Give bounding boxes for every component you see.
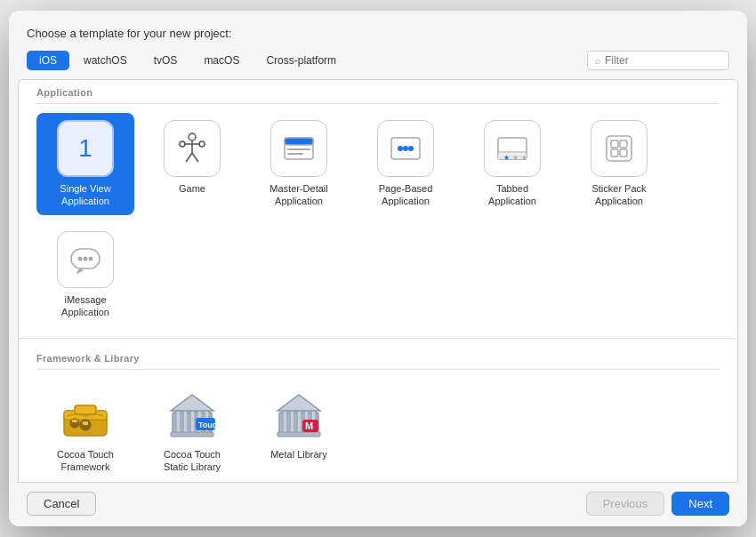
sticker-pack-icon [591,120,647,177]
svg-rect-10 [287,153,303,155]
dialog-footer: Cancel Previous Next [9,483,747,526]
cocoa-framework-label: Cocoa TouchFramework [57,448,114,474]
template-game[interactable]: Game [143,113,241,215]
svg-text:Touch: Touch [198,421,221,429]
svg-rect-22 [611,140,618,148]
filter-icon: ⌕ [595,55,601,66]
application-grid: 1 Single ViewApplication [36,113,720,338]
tab-crossplatform[interactable]: Cross-platform [253,51,349,70]
cocoa-static-label: Cocoa TouchStatic Library [164,448,221,474]
next-button[interactable]: Next [672,492,729,516]
svg-point-0 [189,133,196,140]
cocoa-static-svg: Touch [164,386,221,443]
svg-point-12 [398,146,403,151]
svg-point-13 [403,146,408,151]
single-view-label: Single ViewApplication [60,182,110,208]
svg-text:★: ★ [503,154,510,162]
svg-point-27 [78,256,83,260]
tab-macos[interactable]: macOS [191,51,252,70]
template-single-view[interactable]: 1 Single ViewApplication [36,113,134,215]
imessage-svg [66,240,105,279]
template-content: Application 1 Single ViewApplication [18,79,738,483]
svg-rect-36 [83,421,88,425]
svg-marker-53 [277,395,320,411]
single-view-icon: 1 [57,120,114,177]
section-divider [19,338,737,339]
section-framework: Framework & Library [36,346,720,370]
svg-rect-32 [75,405,96,414]
cocoa-framework-icon [57,386,114,443]
svg-marker-43 [171,395,213,411]
page-based-label: Page-BasedApplication [379,182,433,208]
section-application: Application [36,80,720,104]
template-cocoa-framework[interactable]: Cocoa TouchFramework [36,379,134,481]
svg-text:M: M [305,421,313,431]
svg-rect-54 [277,432,320,437]
template-chooser-dialog: Choose a template for your new project: … [9,11,747,526]
svg-point-29 [89,256,93,260]
tab-tvos[interactable]: tvOS [141,51,190,70]
master-detail-icon [270,120,327,177]
dialog-title: Choose a template for your new project: [27,27,729,40]
svg-line-3 [186,153,192,162]
master-detail-label: Master-DetailApplication [269,182,327,208]
tabs-row: iOS watchOS tvOS macOS Cross-platform ⌕ [27,51,729,70]
tabbed-label: TabbedApplication [488,182,536,208]
svg-rect-24 [611,149,618,156]
svg-text:★: ★ [521,154,527,162]
svg-point-14 [408,146,414,151]
svg-rect-23 [620,140,627,148]
sticker-pack-label: Sticker PackApplication [591,182,646,208]
svg-point-28 [84,256,88,260]
cocoa-framework-svg [57,386,114,443]
previous-button[interactable]: Previous [586,492,665,516]
svg-rect-25 [620,149,627,156]
template-tabbed[interactable]: ★ ★ ★ TabbedApplication [463,113,561,215]
template-sticker-pack[interactable]: Sticker PackApplication [570,113,668,215]
master-detail-svg [279,129,318,168]
template-cocoa-static[interactable]: Touch Cocoa TouchStatic Library [143,379,241,481]
tab-watchos[interactable]: watchOS [71,51,140,70]
template-page-based[interactable]: Page-BasedApplication [357,113,454,215]
metal-library-icon: M [270,386,327,443]
imessage-label: iMessageApplication [61,293,109,319]
game-icon [164,120,221,177]
filter-box: ⌕ [587,51,729,70]
cocoa-static-icon: Touch [164,386,221,443]
tab-ios[interactable]: iOS [27,51,69,70]
metal-library-svg: M [270,386,327,443]
game-label: Game [179,182,205,195]
svg-rect-34 [72,420,77,422]
template-metal-library[interactable]: M Metal Library [250,379,348,481]
filter-input[interactable] [605,54,721,67]
game-svg [173,130,211,167]
dialog-header: Choose a template for your new project: … [9,11,747,70]
svg-rect-21 [607,136,631,161]
footer-right-buttons: Previous Next [586,492,729,516]
svg-rect-9 [287,148,310,150]
sticker-pack-svg [599,129,639,168]
svg-rect-8 [285,138,313,145]
template-imessage[interactable]: iMessageApplication [36,224,134,326]
tabbed-icon: ★ ★ ★ [484,120,541,177]
framework-grid: Cocoa TouchFramework [36,379,720,483]
svg-line-4 [192,153,198,162]
template-master-detail[interactable]: Master-DetailApplication [250,113,348,215]
page-based-icon [377,120,434,177]
page-based-svg [386,129,425,168]
tabbed-svg: ★ ★ ★ [493,129,532,168]
metal-library-label: Metal Library [270,448,327,461]
svg-text:★: ★ [512,154,519,162]
svg-rect-44 [171,432,213,437]
imessage-icon [57,231,114,288]
tab-bar: iOS watchOS tvOS macOS Cross-platform [27,51,349,70]
cancel-button[interactable]: Cancel [27,492,96,516]
